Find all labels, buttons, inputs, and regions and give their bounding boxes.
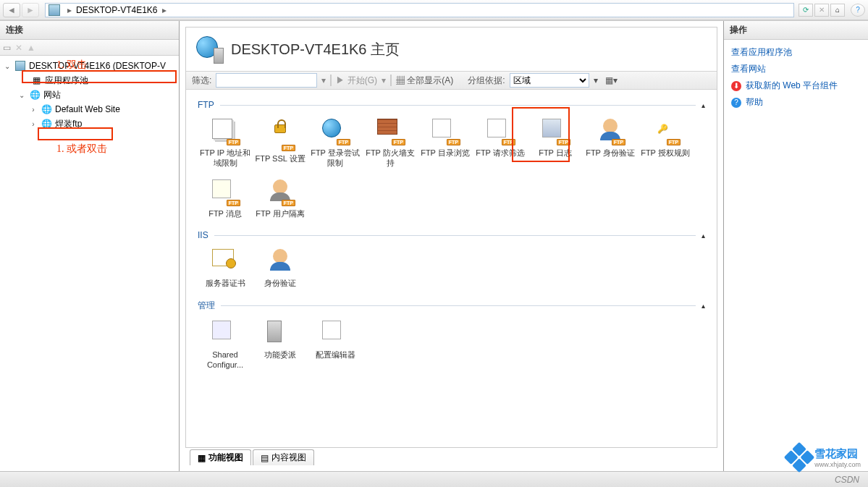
feature-ftp-ip[interactable]: FTPFTP IP 地址和域限制 bbox=[198, 116, 253, 171]
annotation-box-2 bbox=[38, 127, 113, 140]
filter-input[interactable] bbox=[216, 73, 317, 88]
expand-icon[interactable]: › bbox=[29, 106, 38, 114]
up-icon[interactable]: ▲ bbox=[27, 43, 35, 53]
feature-ftp-auth[interactable]: FTPFTP 身份验证 bbox=[583, 116, 638, 171]
actions-pane: 操作 查看应用程序池 查看网站 ⬇获取新的 Web 平台组件 ?帮助 bbox=[723, 21, 868, 471]
tab-content-view[interactable]: ▤内容视图 bbox=[253, 449, 314, 465]
page-title: DESKTOP-VT4E1K6 主页 bbox=[231, 40, 400, 59]
site-icon: 🌐 bbox=[41, 103, 52, 115]
showall-button[interactable]: ▦ 全部显示(A) bbox=[396, 75, 453, 87]
sep-icon: ▸ bbox=[67, 5, 72, 15]
tree-default-site[interactable]: › 🌐 Default Web Site bbox=[0, 102, 179, 117]
status-bar: CSDN bbox=[0, 471, 868, 487]
sep-icon: ▸ bbox=[162, 5, 167, 15]
feature-groups: FTP▴ FTPFTP IP 地址和域限制 FTPFTP SSL 设置 FTPF… bbox=[186, 90, 717, 447]
collapse-icon[interactable]: ⌄ bbox=[17, 91, 26, 99]
feature-ftp-authz[interactable]: 🔑FTPFTP 授权规则 bbox=[638, 116, 693, 171]
feature-ftp-ssl[interactable]: FTPFTP SSL 设置 bbox=[253, 116, 308, 171]
connections-tree: ⌄ DESKTOP-VT4E1K6 (DESKTOP-V ▦ 应用程序池 ⌄ 🌐… bbox=[0, 56, 179, 134]
groupby-select[interactable]: 区域 bbox=[510, 73, 589, 88]
action-view-app-pools[interactable]: 查看应用程序池 bbox=[731, 44, 861, 61]
new-icon[interactable]: ▭ bbox=[3, 43, 11, 53]
action-get-web-platform[interactable]: ⬇获取新的 Web 平台组件 bbox=[731, 77, 861, 94]
feature-ftp-msg[interactable]: FTPFTP 消息 bbox=[198, 177, 253, 221]
sites-icon: 🌐 bbox=[29, 89, 41, 101]
tree-label: Default Web Site bbox=[55, 104, 120, 114]
breadcrumb-host: DESKTOP-VT4E1K6 bbox=[76, 5, 158, 15]
group-header-iis[interactable]: IIS▴ bbox=[198, 230, 705, 240]
content-pane: DESKTOP-VT4E1K6 主页 筛选: ▾ ▶ 开始(G) ▾ ▦ 全部显… bbox=[180, 21, 723, 471]
forward-button[interactable]: ► bbox=[22, 3, 39, 17]
group-header-ftp[interactable]: FTP▴ bbox=[198, 100, 705, 110]
feature-ftp-browse[interactable]: FTPFTP 目录浏览 bbox=[418, 116, 473, 171]
collapse-icon[interactable]: ⌄ bbox=[3, 62, 12, 70]
annotation-box-1 bbox=[22, 70, 177, 83]
home-button[interactable]: ⌂ bbox=[830, 4, 845, 17]
nav-toolbar: ◄ ► ▸ DESKTOP-VT4E1K6 ▸ ⟳ ✕ ⌂ ? bbox=[0, 0, 868, 20]
feature-shared-config[interactable]: Shared Configur... bbox=[198, 318, 253, 373]
action-help[interactable]: ?帮助 bbox=[731, 94, 861, 111]
help-button[interactable]: ? bbox=[851, 4, 865, 17]
go-button[interactable]: ▶ 开始(G) bbox=[336, 75, 377, 87]
watermark-title: 雪花家园 bbox=[814, 447, 861, 461]
feature-config-editor[interactable]: 配置编辑器 bbox=[308, 318, 363, 373]
feature-iis-cert[interactable]: 服务器证书 bbox=[198, 246, 253, 291]
back-button[interactable]: ◄ bbox=[3, 3, 20, 17]
content-icon: ▤ bbox=[261, 453, 269, 463]
view-mode-button[interactable]: ▦▾ bbox=[605, 75, 618, 85]
delete-icon[interactable]: ✕ bbox=[15, 43, 22, 53]
filter-label: 筛选: bbox=[192, 75, 211, 87]
page-title-row: DESKTOP-VT4E1K6 主页 bbox=[186, 27, 717, 71]
features-icon: ▦ bbox=[198, 453, 206, 463]
download-icon: ⬇ bbox=[731, 81, 741, 91]
refresh-button[interactable]: ⟳ bbox=[799, 4, 813, 17]
breadcrumb[interactable]: ▸ DESKTOP-VT4E1K6 ▸ bbox=[45, 3, 794, 17]
server-home-icon bbox=[196, 36, 222, 62]
feature-ftp-iso[interactable]: FTPFTP 用户隔离 bbox=[253, 177, 308, 221]
stop-button[interactable]: ✕ bbox=[814, 4, 829, 17]
help-icon: ? bbox=[731, 98, 741, 108]
tab-features-view[interactable]: ▦功能视图 bbox=[190, 449, 251, 465]
annotation-text-2: 1. 或者双击 bbox=[56, 143, 107, 156]
watermark-url: www.xhjaty.com bbox=[814, 461, 861, 468]
connections-pane: 连接 ▭ ✕ ▲ ⌄ DESKTOP-VT4E1K6 (DESKTOP-V ▦ … bbox=[0, 21, 180, 471]
feature-ftp-login[interactable]: FTPFTP 登录尝试限制 bbox=[308, 116, 363, 171]
watermark-icon bbox=[784, 442, 814, 473]
tree-label: 网站 bbox=[43, 89, 61, 101]
tree-root-label: DESKTOP-VT4E1K6 (DESKTOP-V bbox=[29, 61, 166, 71]
watermark: 雪花家园 www.xhjaty.com bbox=[788, 446, 861, 468]
groupby-label: 分组依据: bbox=[468, 75, 505, 87]
status-text: CSDN bbox=[835, 475, 859, 485]
feature-ftp-firewall[interactable]: FTPFTP 防火墙支持 bbox=[363, 116, 418, 171]
server-icon bbox=[49, 4, 60, 16]
group-header-mgmt[interactable]: 管理▴ bbox=[198, 300, 705, 312]
connections-header: 连接 bbox=[0, 21, 179, 40]
feature-delegation[interactable]: 功能委派 bbox=[253, 318, 308, 373]
filter-bar: 筛选: ▾ ▶ 开始(G) ▾ ▦ 全部显示(A) 分组依据: 区域 ▾ ▦▾ bbox=[186, 71, 717, 90]
actions-header: 操作 bbox=[724, 21, 868, 40]
action-view-sites[interactable]: 查看网站 bbox=[731, 61, 861, 77]
feature-iis-auth[interactable]: 身份验证 bbox=[253, 246, 308, 291]
expand-icon[interactable]: › bbox=[29, 120, 38, 128]
annotation-box-3 bbox=[512, 107, 570, 162]
view-tabs: ▦功能视图 ▤内容视图 bbox=[185, 448, 717, 465]
tree-sites[interactable]: ⌄ 🌐 网站 bbox=[0, 88, 179, 102]
connections-toolbar: ▭ ✕ ▲ bbox=[0, 40, 179, 56]
